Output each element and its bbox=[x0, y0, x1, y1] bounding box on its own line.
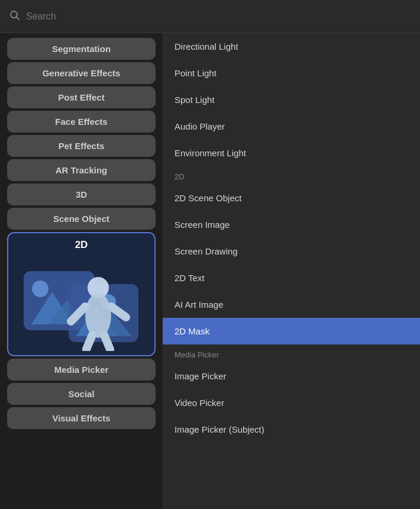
search-input[interactable] bbox=[26, 11, 411, 22]
sidebar-item-face-effects[interactable]: Face Effects bbox=[7, 111, 156, 133]
right-panel: Directional Light Point Light Spot Light… bbox=[163, 33, 420, 509]
sidebar-item-visual-effects[interactable]: Visual Effects bbox=[7, 407, 156, 429]
sidebar-2d-label: 2D bbox=[75, 233, 88, 253]
list-item-audio-player[interactable]: Audio Player bbox=[163, 113, 420, 140]
list-item-screen-drawing[interactable]: Screen Drawing bbox=[163, 238, 420, 265]
sidebar-item-scene-object[interactable]: Scene Object bbox=[7, 208, 156, 230]
list-item-image-picker-subject[interactable]: Image Picker (Subject) bbox=[163, 416, 420, 443]
svg-point-3 bbox=[32, 281, 49, 297]
sidebar-item-social[interactable]: Social bbox=[7, 383, 156, 405]
sidebar-item-post-effect[interactable]: Post Effect bbox=[7, 86, 156, 108]
sidebar-item-segmentation[interactable]: Segmentation bbox=[7, 38, 156, 60]
svg-line-14 bbox=[86, 335, 92, 349]
svg-point-11 bbox=[85, 293, 111, 338]
list-item-point-light[interactable]: Point Light bbox=[163, 60, 420, 86]
sidebar-item-2d[interactable]: 2D bbox=[7, 232, 156, 356]
list-item-image-picker[interactable]: Image Picker bbox=[163, 363, 420, 389]
sidebar-item-media-picker[interactable]: Media Picker bbox=[7, 359, 156, 381]
svg-line-1 bbox=[17, 17, 20, 20]
sidebar-item-ar-tracking[interactable]: AR Tracking bbox=[7, 159, 156, 181]
sidebar-item-3d[interactable]: 3D bbox=[7, 183, 156, 205]
list-item-2d-text[interactable]: 2D Text bbox=[163, 265, 420, 291]
main-content: Segmentation Generative Effects Post Eff… bbox=[0, 33, 420, 509]
list-item-environment-light[interactable]: Environment Light bbox=[163, 140, 420, 166]
sidebar-item-pet-effects[interactable]: Pet Effects bbox=[7, 135, 156, 157]
search-icon bbox=[9, 10, 20, 23]
sidebar-item-generative-effects[interactable]: Generative Effects bbox=[7, 62, 156, 84]
sidebar: Segmentation Generative Effects Post Eff… bbox=[0, 33, 163, 509]
2d-illustration bbox=[17, 253, 147, 351]
svg-line-15 bbox=[104, 335, 110, 349]
list-item-screen-image[interactable]: Screen Image bbox=[163, 211, 420, 238]
list-item-directional-light[interactable]: Directional Light bbox=[163, 33, 420, 60]
section-header-2d: 2D bbox=[163, 166, 420, 185]
list-item-spot-light[interactable]: Spot Light bbox=[163, 86, 420, 113]
list-item-video-picker[interactable]: Video Picker bbox=[163, 389, 420, 416]
list-item-ai-art-image[interactable]: AI Art Image bbox=[163, 291, 420, 318]
list-item-2d-mask[interactable]: 2D Mask bbox=[163, 318, 420, 344]
list-item-2d-scene-object[interactable]: 2D Scene Object bbox=[163, 185, 420, 211]
section-header-media-picker: Media Picker bbox=[163, 344, 420, 363]
search-bar bbox=[0, 0, 420, 33]
